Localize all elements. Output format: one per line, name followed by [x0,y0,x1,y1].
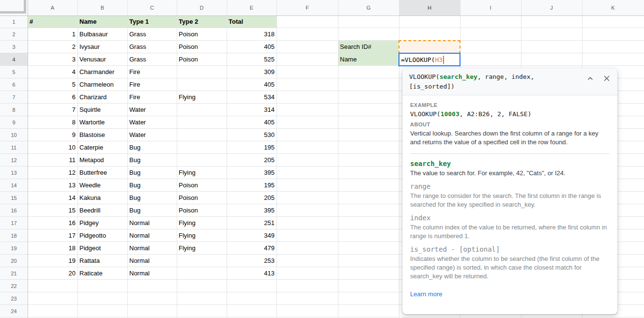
cell-type2[interactable]: Flying [177,242,227,255]
cell-type2[interactable] [177,267,227,280]
row-header[interactable]: 10 [0,129,28,141]
cell-name[interactable]: Weedle [77,179,127,192]
column-header-a[interactable]: A [28,0,77,15]
cell-total[interactable]: 195 [227,141,276,154]
cell-type1[interactable]: Bug [127,179,177,192]
cell-total[interactable]: 309 [227,66,276,78]
cell-total[interactable]: 205 [227,154,276,167]
cell-name[interactable]: Pidgeot [77,242,127,255]
cell-name[interactable]: Beedrill [77,204,127,217]
cell-number[interactable]: 2 [28,41,77,53]
cell-name[interactable]: Charmeleon [77,78,127,91]
cell-search-id-label[interactable]: Search ID# [338,41,399,53]
row-header[interactable]: 8 [0,104,28,116]
row-header[interactable]: 17 [0,217,28,229]
cell-name[interactable]: Pidgeotto [77,229,127,242]
cell-number[interactable]: 9 [28,129,77,141]
cell-number[interactable]: 1 [28,28,77,41]
cell-name[interactable]: Bulbasaur [77,28,127,41]
cell-type2[interactable] [177,141,227,154]
column-header-g[interactable]: G [338,0,399,15]
cell-number[interactable]: 10 [28,141,77,154]
cell-total[interactable]: 205 [227,192,276,204]
cell-type2[interactable]: Poison [177,179,227,192]
cell-number[interactable]: 6 [28,91,77,104]
cell-type2[interactable]: Poison [177,192,227,204]
cell-name[interactable]: Kakuna [77,192,127,204]
cell-name[interactable]: Venusaur [77,53,127,66]
cell-total[interactable]: 395 [227,204,276,217]
cell-number[interactable]: 16 [28,217,77,229]
cell-name[interactable]: Caterpie [77,141,127,154]
cell-type2[interactable]: Poison [177,204,227,217]
cell-type2[interactable] [177,78,227,91]
row-header[interactable]: 11 [0,141,28,154]
cell-type2[interactable] [177,116,227,129]
cell-type1[interactable]: Grass [127,28,177,41]
cell-total[interactable]: 405 [227,116,276,129]
cell-number[interactable]: 8 [28,116,77,129]
referenced-cell-h3[interactable] [399,40,460,54]
cell-number[interactable]: 4 [28,66,77,78]
cell-type2[interactable] [177,129,227,141]
cell-number[interactable]: 20 [28,267,77,280]
row-header[interactable]: 2 [0,28,28,41]
row-header[interactable]: 6 [0,78,28,91]
cell-type1[interactable]: Bug [127,192,177,204]
row-header[interactable]: 4 [0,53,28,66]
cell-type2[interactable]: Flying [177,229,227,242]
row-header[interactable]: 7 [0,91,28,104]
cell-number[interactable]: 13 [28,179,77,192]
formula-editor-cell-h4[interactable]: =VLOOKUP(H3 [399,53,460,66]
cell-type1[interactable]: Grass [127,53,177,66]
cell-type2[interactable]: Flying [177,167,227,179]
cell-total[interactable]: 525 [227,53,276,66]
header-cell-type1[interactable]: Type 1 [127,15,177,28]
row-header[interactable]: 13 [0,167,28,179]
header-cell-name[interactable]: Name [77,15,127,28]
column-header-j[interactable]: J [521,0,582,15]
cell-type2[interactable]: Flying [177,91,227,104]
cell-name[interactable]: Raticate [77,267,127,280]
cell-total[interactable]: 405 [227,78,276,91]
close-icon[interactable] [603,75,611,82]
row-header[interactable]: 22 [0,280,28,292]
cell-type1[interactable]: Bug [127,204,177,217]
cell-total[interactable]: 251 [227,217,276,229]
cell-total[interactable]: 413 [227,267,276,280]
cell-type1[interactable]: Bug [127,141,177,154]
column-header-b[interactable]: B [77,0,127,15]
cell-total[interactable]: 479 [227,242,276,255]
cell-type1[interactable]: Bug [127,154,177,167]
row-header[interactable]: 12 [0,154,28,167]
cell-name[interactable]: Charmander [77,66,127,78]
cell-name[interactable]: Wartortle [77,116,127,129]
cell-type2[interactable] [177,104,227,116]
cell-total[interactable]: 405 [227,41,276,53]
header-cell-type2[interactable]: Type 2 [177,15,227,28]
cell-type1[interactable]: Fire [127,66,177,78]
column-header-d[interactable]: D [177,0,227,15]
cell-type2[interactable] [177,255,227,267]
row-header[interactable]: 9 [0,116,28,129]
cell-name[interactable]: Squirtle [77,104,127,116]
cell-total[interactable]: 349 [227,229,276,242]
cell-total[interactable]: 318 [227,28,276,41]
collapse-chevron-icon[interactable] [586,75,594,82]
row-header[interactable]: 18 [0,229,28,242]
cell-type1[interactable]: Normal [127,255,177,267]
row-header[interactable]: 5 [0,66,28,78]
row-header[interactable]: 19 [0,242,28,255]
cell-name[interactable]: Butterfree [77,167,127,179]
row-header[interactable]: 3 [0,41,28,53]
cell-type1[interactable]: Grass [127,41,177,53]
cell-total[interactable]: 530 [227,129,276,141]
column-header-e[interactable]: E [227,0,276,15]
cell-number[interactable]: 5 [28,78,77,91]
cell-type1[interactable]: Normal [127,267,177,280]
cell-name[interactable]: Metapod [77,154,127,167]
cell-total[interactable]: 314 [227,104,276,116]
learn-more-link[interactable]: Learn more [410,290,442,298]
cell-number[interactable]: 12 [28,167,77,179]
cell-type2[interactable]: Flying [177,217,227,229]
